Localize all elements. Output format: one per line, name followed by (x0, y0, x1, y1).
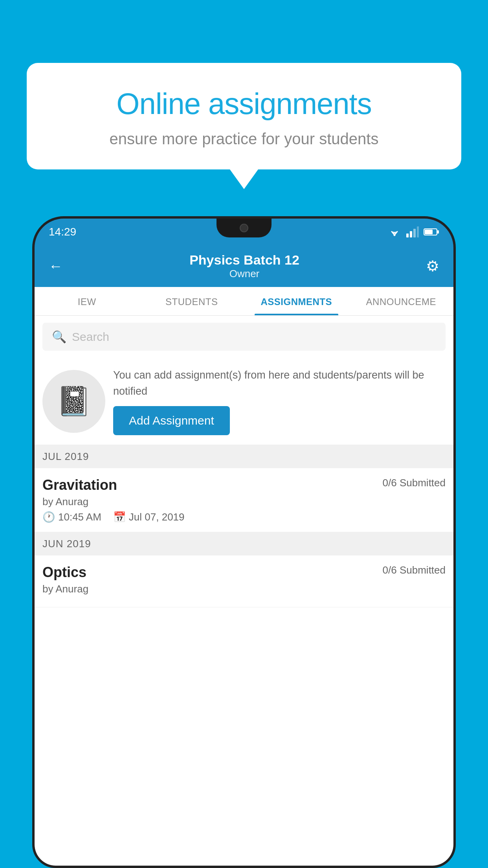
svg-rect-4 (417, 226, 419, 237)
svg-rect-6 (425, 230, 433, 234)
info-text-area: You can add assignment(s) from here and … (113, 367, 446, 435)
phone-frame: 14:29 (32, 216, 456, 868)
svg-rect-7 (437, 230, 439, 234)
section-header-jul: JUL 2019 (35, 445, 453, 468)
info-section: 📓 You can add assignment(s) from here an… (35, 358, 453, 445)
assignment-submitted: 0/6 Submitted (383, 477, 446, 489)
status-time: 14:29 (49, 226, 76, 238)
add-assignment-button[interactable]: Add Assignment (113, 406, 230, 435)
assignment-item-gravitation[interactable]: Gravitation 0/6 Submitted by Anurag 🕐 10… (35, 468, 453, 532)
svg-rect-1 (406, 234, 409, 237)
screen-content: 🔍 Search 📓 You can add assignment(s) fro… (35, 316, 453, 868)
header-title: Physics Batch 12 (189, 252, 299, 268)
section-header-jun: JUN 2019 (35, 532, 453, 555)
svg-rect-2 (410, 231, 412, 237)
assignment-by-optics: by Anurag (42, 583, 446, 595)
back-button[interactable]: ← (49, 258, 63, 274)
battery-icon (424, 228, 439, 236)
assignment-date-text: Jul 07, 2019 (129, 511, 185, 523)
assignment-date: 📅 Jul 07, 2019 (113, 511, 185, 523)
speech-bubble-container: Online assignments ensure more practice … (27, 63, 461, 189)
tabs-row: IEW STUDENTS ASSIGNMENTS ANNOUNCEME (35, 287, 453, 316)
assignment-name-optics: Optics (42, 564, 86, 581)
phone-notch (216, 219, 272, 237)
header-title-group: Physics Batch 12 Owner (189, 252, 299, 280)
assignment-by: by Anurag (42, 496, 446, 508)
notebook-icon: 📓 (56, 384, 92, 418)
status-bar: 14:29 (35, 219, 453, 245)
calendar-icon: 📅 (113, 511, 126, 523)
wifi-icon (387, 226, 402, 237)
app-header: ← Physics Batch 12 Owner ⚙ (35, 245, 453, 287)
assignment-time: 🕐 10:45 AM (42, 511, 101, 523)
svg-rect-3 (413, 229, 416, 237)
status-icons (387, 226, 439, 237)
tab-announcements[interactable]: ANNOUNCEME (349, 287, 454, 315)
speech-bubble-title: Online assignments (54, 86, 434, 121)
assignment-meta: 🕐 10:45 AM 📅 Jul 07, 2019 (42, 511, 446, 523)
tab-overview[interactable]: IEW (35, 287, 139, 315)
search-bar[interactable]: 🔍 Search (42, 323, 446, 351)
assignment-item-optics[interactable]: Optics 0/6 Submitted by Anurag (35, 555, 453, 607)
assignment-icon-circle: 📓 (42, 370, 105, 433)
svg-point-0 (394, 234, 396, 236)
signal-icon (406, 226, 419, 237)
settings-button[interactable]: ⚙ (426, 257, 439, 275)
speech-bubble-subtitle: ensure more practice for your students (54, 130, 434, 148)
speech-bubble: Online assignments ensure more practice … (27, 63, 461, 169)
header-subtitle: Owner (189, 268, 299, 280)
assignment-name: Gravitation (42, 477, 117, 493)
clock-icon: 🕐 (42, 511, 55, 523)
assignment-time-text: 10:45 AM (58, 511, 101, 523)
camera-dot (240, 224, 248, 232)
assignment-row-top-optics: Optics 0/6 Submitted (42, 564, 446, 581)
search-icon: 🔍 (52, 330, 66, 344)
assignment-submitted-optics: 0/6 Submitted (383, 564, 446, 576)
tab-students[interactable]: STUDENTS (139, 287, 244, 315)
assignment-row-top: Gravitation 0/6 Submitted (42, 477, 446, 493)
tab-assignments[interactable]: ASSIGNMENTS (244, 287, 349, 315)
search-placeholder: Search (72, 330, 109, 344)
speech-bubble-arrow (230, 169, 258, 189)
search-bar-container: 🔍 Search (35, 316, 453, 358)
info-text: You can add assignment(s) from here and … (113, 367, 446, 399)
